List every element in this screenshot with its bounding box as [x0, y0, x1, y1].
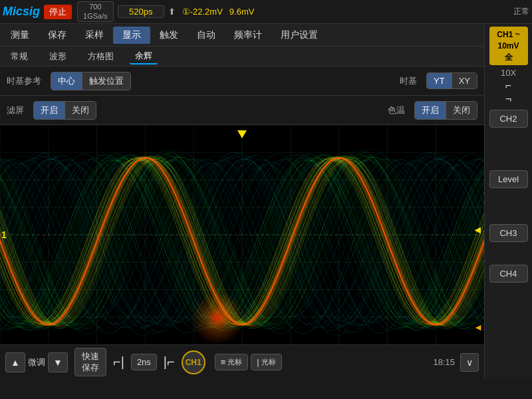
pulse-right-icon: |⌐ — [164, 354, 175, 370]
left-content: 测量 保存 采样 显示 触发 自动 频率计 用户设置 常规 波形 方格图 余辉 … — [0, 24, 484, 379]
up-arrow-button[interactable]: ▲ — [5, 352, 25, 372]
color-temp-off-button[interactable]: 关闭 — [446, 102, 477, 119]
menu-save[interactable]: 保存 — [39, 27, 76, 44]
ch1-waveform-label: 1 — [1, 229, 7, 240]
cursor-buttons: ≡ 光标 | 光标 — [215, 354, 282, 370]
menu-sample[interactable]: 采样 — [76, 27, 113, 44]
top-bar: Micsig 停止 700 1GSa/s 520ps ⬆ ①-22.2mV 9.… — [0, 0, 532, 24]
ch3-button[interactable]: CH3 — [489, 224, 528, 242]
menu-user-settings[interactable]: 用户设置 — [271, 27, 327, 44]
stop-button[interactable]: 停止 — [44, 5, 72, 19]
ch4-button[interactable]: CH4 — [489, 265, 528, 283]
submenu-grid[interactable]: 方格图 — [82, 49, 119, 64]
cursor1-icon: ≡ — [221, 357, 226, 367]
level-button[interactable]: Level — [489, 170, 528, 188]
submenu-persistence[interactable]: 余辉 — [130, 49, 158, 65]
trigger-position-arrow — [237, 130, 247, 138]
persistence-group: 开启 关闭 — [33, 101, 96, 120]
probe-ratio-label[interactable]: 10X — [501, 68, 516, 78]
menu-measure[interactable]: 测量 — [1, 27, 39, 44]
cursor2-button[interactable]: | 光标 — [251, 354, 281, 370]
yt-button[interactable]: YT — [427, 73, 452, 88]
fine-tune-label: 微调 — [28, 356, 45, 368]
menu-display[interactable]: 显示 — [113, 27, 150, 44]
fine-tune-group: ▲ 微调 ▼ — [5, 352, 68, 372]
trigger-icon: ⬆ — [168, 7, 176, 17]
expand-icon: ∨ — [466, 357, 473, 368]
timebase-ref-label: 时基参考 — [7, 75, 41, 87]
color-temp-on-button[interactable]: 开启 — [415, 102, 446, 119]
settings-row1: 时基参考 中心 触发位置 时基 YT XY — [0, 66, 484, 96]
brand-logo: Micsig — [3, 5, 40, 19]
xy-button[interactable]: XY — [452, 73, 477, 88]
expand-button[interactable]: ∨ — [460, 353, 479, 372]
trigger-pos-button[interactable]: 触发位置 — [82, 72, 130, 90]
persistence-off-button[interactable]: 关闭 — [65, 102, 96, 119]
color-temp-group: 开启 关闭 — [414, 101, 477, 120]
timebase-value: 520ps — [129, 7, 152, 17]
ch2-button[interactable]: CH2 — [489, 110, 528, 128]
color-temp-label: 色温 — [388, 104, 405, 116]
top-info: 700 1GSa/s 520ps ⬆ ①-22.2mV 9.6mV 正常 — [77, 1, 529, 21]
menu-auto[interactable]: 自动 — [188, 27, 225, 44]
menu-trigger[interactable]: 触发 — [150, 27, 188, 44]
sub-menu-bar: 常规 波形 方格图 余辉 — [0, 47, 484, 66]
bottom-bar: ▲ 微调 ▼ 快速 保存 ⌐| 2ns |⌐ CH1 ≡ 光标 | 光标 — [0, 344, 484, 379]
time-display: 18:15 — [433, 357, 455, 367]
time-select-display[interactable]: 2ns — [131, 354, 157, 370]
bottom-right: 18:15 ∨ — [433, 353, 479, 372]
persistence-label: 滤屏 — [7, 104, 24, 116]
sample-rate-display: 700 1GSa/s — [77, 1, 114, 21]
timebase-mode-group: YT XY — [426, 72, 477, 89]
status-display: 正常 — [513, 6, 529, 17]
ch1-circle-label: CH1 — [186, 358, 201, 367]
menu-freq[interactable]: 频率计 — [225, 27, 271, 44]
level-arrow: ◄ — [472, 224, 483, 236]
center-button[interactable]: 中心 — [51, 72, 82, 90]
ch1-panel-button[interactable]: CH1 ~10mV全 — [489, 27, 528, 65]
down-arrow-button[interactable]: ▼ — [48, 352, 68, 372]
timebase-ref-group: 中心 触发位置 — [51, 72, 131, 90]
menu-bar: 测量 保存 采样 显示 触发 自动 频率计 用户设置 — [0, 24, 484, 47]
pulse-left-icon: ⌐| — [113, 354, 124, 370]
settings-row2: 滤屏 开启 关闭 色温 开启 关闭 — [0, 96, 484, 125]
waveform-area: 1 ◄ ◄ — [0, 125, 484, 344]
cursor1-label: 光标 — [227, 357, 242, 367]
pulse-down-icon: ⌐ — [505, 94, 511, 104]
measurement1-display: ①-22.2mV — [182, 7, 223, 17]
persistence-on-button[interactable]: 开启 — [34, 102, 65, 119]
waveform-canvas[interactable] — [0, 125, 484, 344]
main-content: 测量 保存 采样 显示 触发 自动 频率计 用户设置 常规 波形 方格图 余辉 … — [0, 24, 532, 379]
cursor1-button[interactable]: ≡ 光标 — [215, 354, 249, 370]
pulse-up-icon: ⌐ — [505, 80, 511, 91]
cursor2-icon: | — [257, 357, 259, 367]
timebase-label: 时基 — [400, 75, 417, 87]
measurement2-display: 9.6mV — [229, 7, 255, 17]
right-panel: CH1 ~10mV全 10X ⌐ ⌐ CH2 Level CH3 CH4 — [484, 24, 532, 379]
timebase-display: 520ps — [118, 5, 164, 18]
submenu-normal[interactable]: 常规 — [5, 49, 33, 64]
cursor2-label: 光标 — [261, 357, 276, 367]
ch4-arrow: ◄ — [473, 322, 483, 332]
quick-save-button[interactable]: 快速 保存 — [74, 348, 106, 377]
submenu-waveform[interactable]: 波形 — [44, 49, 72, 64]
ch1-circle-button[interactable]: CH1 — [182, 350, 205, 374]
